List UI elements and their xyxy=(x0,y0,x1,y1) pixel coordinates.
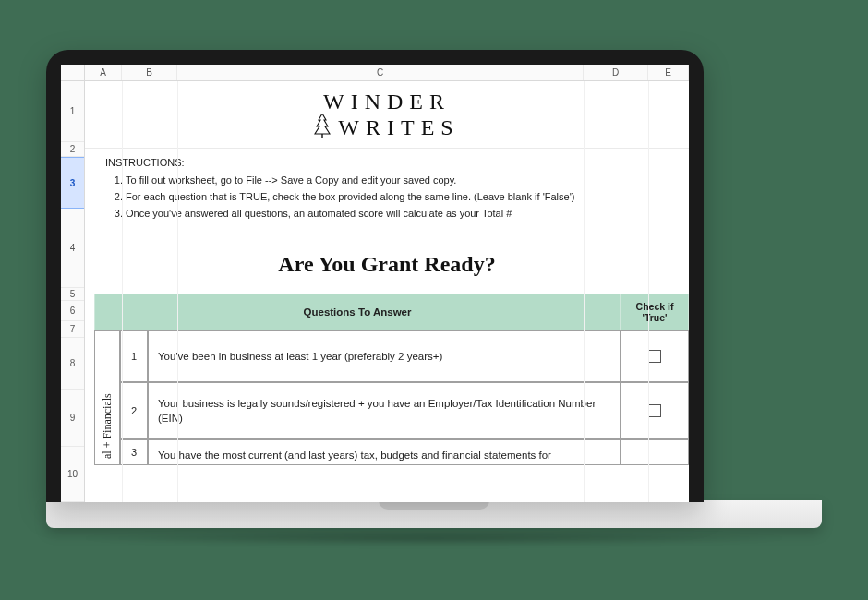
row-header-5[interactable]: 5 xyxy=(61,288,84,301)
q1-text: You've been in business at least 1 year … xyxy=(148,330,621,382)
row-header-9[interactable]: 9 xyxy=(61,390,84,447)
col-header-D[interactable]: D xyxy=(584,65,648,80)
q1-checkbox-cell xyxy=(621,330,689,382)
row-header-7[interactable]: 7 xyxy=(61,321,84,338)
row-header-3-selected[interactable]: 3 xyxy=(61,157,84,209)
brand-line-1: WINDER xyxy=(85,90,689,114)
worksheet-table: Questions To Answer Check if 'True' al +… xyxy=(94,294,689,465)
instructions-heading: INSTRUCTIONS: xyxy=(105,156,680,171)
page-title: Are You Grant Ready? xyxy=(85,252,689,277)
category-label-financials: al + Financials xyxy=(94,330,120,465)
q1-checkbox[interactable] xyxy=(648,350,661,363)
sheet-content: WINDER WRITES xyxy=(85,81,689,502)
laptop-shadow xyxy=(74,530,794,546)
row-header-strip: 1 2 3 4 5 6 7 8 9 10 xyxy=(61,81,85,502)
laptop-screen-frame: A B C D E 1 2 3 4 5 6 7 xyxy=(46,50,704,502)
brand-bottom-text: WRITES xyxy=(338,116,459,139)
q3-number: 3 xyxy=(120,439,148,465)
col-header-E[interactable]: E xyxy=(648,65,689,80)
instruction-2: For each question that is TRUE, check th… xyxy=(126,189,680,206)
row-header-4[interactable]: 4 xyxy=(61,209,84,288)
q2-checkbox-cell xyxy=(621,382,689,439)
instruction-3: Once you've answered all questions, an a… xyxy=(126,206,680,222)
col-header-C[interactable]: C xyxy=(177,65,584,80)
worksheet-table-wrap: Questions To Answer Check if 'True' al +… xyxy=(85,294,689,465)
brand-line-2: WRITES xyxy=(85,114,689,142)
instructions-list: To fill out worksheet, go to File --> Sa… xyxy=(126,173,680,222)
header-questions: Questions To Answer xyxy=(94,294,621,330)
pine-tree-icon xyxy=(314,114,331,142)
laptop-mockup: A B C D E 1 2 3 4 5 6 7 xyxy=(46,50,822,546)
row-header-6[interactable]: 6 xyxy=(61,301,84,321)
q2-checkbox[interactable] xyxy=(648,404,661,417)
spreadsheet-body: 1 2 3 4 5 6 7 8 9 10 xyxy=(61,81,689,502)
col-header-B[interactable]: B xyxy=(122,65,177,80)
spreadsheet: A B C D E 1 2 3 4 5 6 7 xyxy=(61,65,689,502)
row-header-2[interactable]: 2 xyxy=(61,142,84,157)
row-header-8[interactable]: 8 xyxy=(61,338,84,390)
brand-logo: WINDER WRITES xyxy=(85,90,689,142)
instructions-block: INSTRUCTIONS: To fill out worksheet, go … xyxy=(85,149,689,232)
q3-text: You have the most current (and last year… xyxy=(148,439,621,465)
row-header-1[interactable]: 1 xyxy=(61,81,84,142)
q1-number: 1 xyxy=(120,330,148,382)
q2-text: Your business is legally sounds/register… xyxy=(148,382,621,439)
instruction-1: To fill out worksheet, go to File --> Sa… xyxy=(126,173,680,189)
laptop-base xyxy=(46,500,822,528)
q3-checkbox-cell xyxy=(621,439,689,465)
column-header-row: A B C D E xyxy=(61,65,689,81)
header-check: Check if 'True' xyxy=(621,294,689,330)
q2-number: 2 xyxy=(120,382,148,439)
row-header-10[interactable]: 10 xyxy=(61,447,84,502)
laptop-screen: A B C D E 1 2 3 4 5 6 7 xyxy=(61,65,689,502)
col-header-A[interactable]: A xyxy=(85,65,122,80)
select-all-corner[interactable] xyxy=(61,65,85,80)
